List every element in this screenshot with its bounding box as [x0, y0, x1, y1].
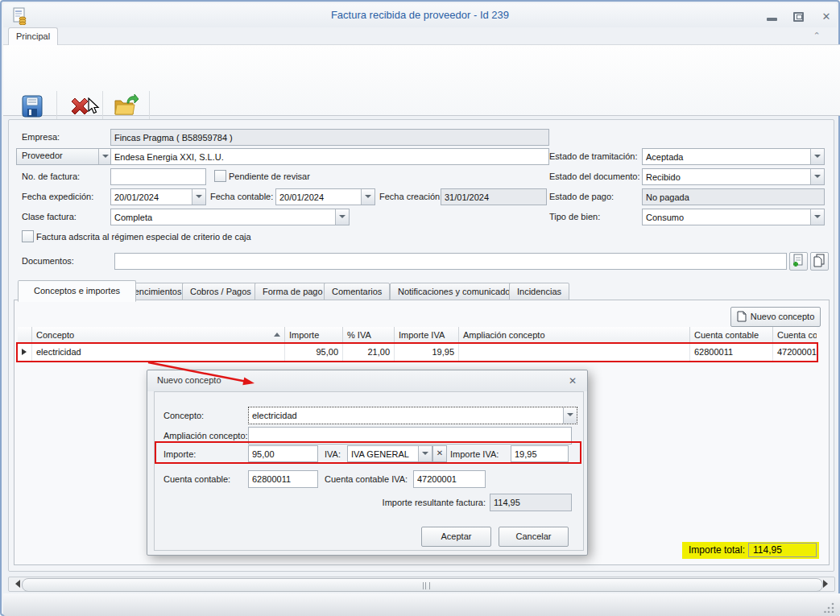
dlg-cuenta-field[interactable]: [248, 470, 318, 488]
dlg-iva-dropdown-icon[interactable]: [418, 446, 432, 461]
grid-header-iva[interactable]: % IVA: [343, 327, 395, 344]
add-document-button[interactable]: [789, 252, 808, 271]
dlg-concepto-label: Concepto:: [163, 411, 204, 420]
grid-header-importe-iva[interactable]: Importe IVA: [395, 327, 459, 344]
estado-tramitacion-field[interactable]: [642, 148, 825, 165]
documentos-field[interactable]: [114, 253, 787, 270]
estado-documento-label: Estado del documento:: [549, 172, 640, 181]
estado-pago-label: Estado de pago:: [549, 192, 614, 201]
dlg-importe-iva-field[interactable]: [511, 445, 569, 462]
minimize-icon[interactable]: [767, 18, 777, 21]
row-indicator-icon: [18, 344, 32, 361]
cancelar-button[interactable]: Cancelar: [499, 527, 569, 547]
close-folder-icon: [113, 93, 139, 119]
proveedor-selector[interactable]: Proveedor: [16, 148, 113, 165]
title-bar: Factura recibida de proveedor - Id 239 ✕: [3, 3, 837, 27]
grid-header-indicator: [18, 327, 32, 344]
fecha-contable-field[interactable]: [275, 188, 375, 205]
fecha-creacion-field: [441, 188, 547, 205]
save-icon: [19, 93, 45, 119]
new-document-icon: [737, 311, 747, 322]
dlg-concepto-dropdown-icon[interactable]: [563, 407, 577, 424]
app-window: Factura recibida de proveedor - Id 239 ✕…: [0, 0, 840, 616]
fecha-contable-label: Fecha contable:: [210, 192, 273, 201]
dialog-close-icon[interactable]: ✕: [566, 374, 579, 387]
grid-header-cuenta-contable-iva[interactable]: Cuenta cor: [773, 327, 817, 344]
estado-pago-field: [642, 188, 825, 205]
empresa-label: Empresa:: [22, 132, 60, 142]
dlg-ampliacion-label: Ampliación concepto:: [163, 431, 248, 440]
ribbon-collapse-icon[interactable]: ⌃: [810, 31, 823, 42]
clase-factura-field[interactable]: [110, 209, 350, 225]
close-window-icon[interactable]: ✕: [819, 10, 834, 24]
sort-ascending-icon: [274, 333, 280, 337]
window-scrollbar-thumb[interactable]: [22, 578, 823, 592]
tipo-bien-field[interactable]: [642, 209, 825, 225]
estado-documento-field[interactable]: [642, 168, 825, 185]
dlg-iva-clear-icon[interactable]: ✕: [432, 445, 447, 462]
cell-concepto[interactable]: electricidad: [32, 344, 285, 361]
fecha-expedicion-label: Fecha expedición:: [22, 192, 93, 201]
dlg-cuenta-iva-field[interactable]: [413, 470, 486, 488]
grid-header-ampliacion[interactable]: Ampliación concepto: [459, 327, 690, 344]
nuevo-concepto-dialog: Nuevo concepto ✕ Concepto: Ampliación co…: [147, 370, 588, 556]
importe-total-label: Importe total:: [687, 542, 745, 558]
grid-header-concepto[interactable]: Concepto: [32, 327, 285, 344]
importe-total-value: 114,95: [748, 543, 817, 557]
mouse-cursor: [87, 97, 103, 115]
pendiente-checkbox[interactable]: [214, 170, 226, 182]
status-bar: [3, 593, 840, 616]
grid-header-cuenta-contable[interactable]: Cuenta contable: [690, 327, 773, 344]
fecha-contable-dropdown-icon[interactable]: [361, 189, 374, 205]
dlg-importe-label: Importe:: [163, 449, 196, 459]
regimen-caja-checkbox[interactable]: [22, 230, 34, 242]
tipo-bien-dropdown-icon[interactable]: [810, 209, 824, 225]
invoice-app-icon: [11, 7, 29, 25]
importe-total-highlight: Importe total: 114,95: [682, 542, 819, 559]
copy-documents-icon: [811, 253, 826, 268]
dlg-importe-iva-label: Importe IVA:: [450, 449, 499, 459]
nuevo-concepto-button[interactable]: Nuevo concepto: [730, 307, 821, 327]
resize-grip-icon[interactable]: [824, 602, 835, 613]
dlg-iva-label: IVA:: [325, 449, 341, 459]
proveedor-field[interactable]: [110, 148, 549, 165]
aceptar-button[interactable]: Aceptar: [421, 527, 491, 547]
pendiente-label: Pendiente de revisar: [229, 172, 310, 181]
dlg-cuenta-label: Cuenta contable:: [163, 474, 230, 484]
ribbon-toolbar: Guardar y cerrar Eliminar: [3, 44, 840, 116]
window-scroll-right-icon[interactable]: [823, 580, 832, 588]
window-scroll-left-icon[interactable]: [11, 580, 20, 588]
window-title: Factura recibida de proveedor - Id 239: [3, 3, 837, 27]
window-horizontal-scrollbar[interactable]: [8, 577, 835, 592]
empresa-field: [110, 129, 549, 146]
estado-tramitacion-dropdown-icon[interactable]: [810, 149, 824, 164]
no-factura-label: No. de factura:: [22, 172, 80, 181]
fecha-creacion-label: Fecha creación:: [379, 192, 442, 201]
dlg-importe-field[interactable]: [248, 445, 318, 462]
dlg-ampliacion-field[interactable]: [248, 427, 572, 444]
grid-data-row[interactable]: electricidad 95,00 21,00 19,95 62800011 …: [18, 344, 817, 361]
copy-document-button[interactable]: [810, 252, 829, 271]
cell-cuenta-contable-iva[interactable]: 47200001: [773, 344, 817, 361]
tab-conceptos-e-importes[interactable]: Conceptos e importes: [18, 280, 136, 302]
no-factura-field[interactable]: [110, 168, 206, 185]
dlg-cuenta-iva-label: Cuenta contable IVA:: [325, 474, 408, 484]
grid-header-importe[interactable]: Importe: [285, 327, 343, 344]
cell-iva-pct[interactable]: 21,00: [343, 344, 395, 361]
estado-documento-dropdown-icon[interactable]: [810, 169, 824, 184]
fecha-expedicion-dropdown-icon[interactable]: [192, 189, 205, 205]
dlg-iva-field[interactable]: [347, 445, 432, 462]
cell-ampliacion[interactable]: [459, 344, 690, 361]
cell-importe[interactable]: 95,00: [285, 344, 343, 361]
dlg-concepto-field[interactable]: [248, 407, 577, 424]
regimen-caja-label: Factura adscrita al régimen especial de …: [36, 232, 251, 242]
clase-factura-dropdown-icon[interactable]: [335, 209, 349, 225]
cell-importe-iva[interactable]: 19,95: [395, 344, 459, 361]
dlg-resultante-field: [490, 494, 572, 511]
fecha-expedicion-field[interactable]: [110, 188, 206, 205]
cell-cuenta-contable[interactable]: 62800011: [690, 344, 773, 361]
estado-tramitacion-label: Estado de tramitación:: [549, 151, 637, 161]
ribbon-tab-principal[interactable]: Principal: [8, 27, 58, 45]
maximize-icon[interactable]: [793, 12, 804, 22]
tipo-bien-label: Tipo de bien:: [549, 212, 600, 221]
